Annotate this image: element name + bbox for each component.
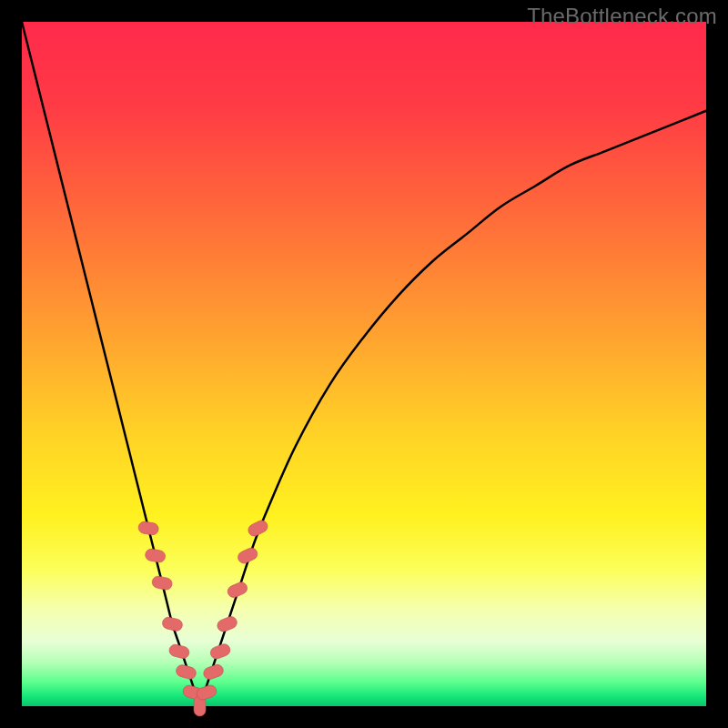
black-frame: TheBottleneck.com — [0, 0, 728, 728]
curve-left-branch — [22, 22, 200, 706]
curve-marker — [247, 519, 269, 538]
plot-area — [22, 22, 706, 706]
watermark-text: TheBottleneck.com — [527, 4, 717, 29]
curve-marker — [226, 581, 248, 600]
curve-marker — [175, 663, 197, 680]
curve-marker — [208, 642, 231, 661]
curve-layer — [22, 22, 706, 706]
curve-marker — [236, 546, 258, 565]
curve-marker — [137, 521, 159, 535]
curve-marker — [161, 616, 183, 632]
curve-marker — [168, 643, 191, 660]
curve-marker — [151, 575, 173, 591]
marker-group — [137, 519, 269, 716]
curve-marker — [202, 663, 225, 682]
curve-marker — [216, 615, 238, 633]
curve-right-branch — [200, 111, 706, 706]
curve-marker — [145, 548, 167, 563]
